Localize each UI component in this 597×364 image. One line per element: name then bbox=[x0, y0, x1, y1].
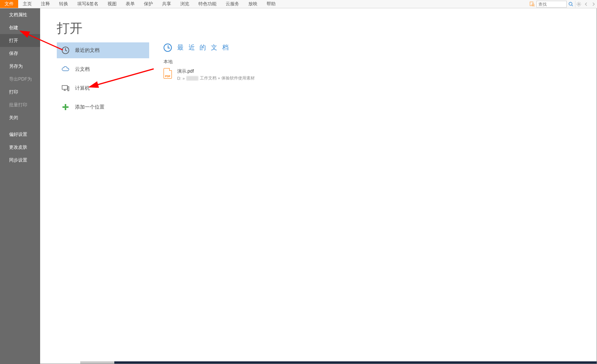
cloud-icon bbox=[61, 65, 70, 73]
recent-header: 最 近 的 文 档 bbox=[164, 43, 255, 52]
menu-fill-sign[interactable]: 填写&签名 bbox=[73, 0, 103, 8]
loc-computer[interactable]: 计算机 bbox=[57, 80, 149, 96]
path-redacted bbox=[186, 76, 198, 81]
loc-label: 计算机 bbox=[75, 85, 90, 92]
menu-features[interactable]: 特色功能 bbox=[194, 0, 221, 8]
file-path: D: » 工作文档 » 体验软件使用素材 bbox=[177, 75, 255, 81]
menu-view[interactable]: 视图 bbox=[103, 0, 121, 8]
menu-annotate[interactable]: 注释 bbox=[36, 0, 55, 8]
main-panel: 打开 最近的文档 云文档 计算机 bbox=[40, 8, 597, 364]
recent-panel: 最 近 的 文 档 本地 PDF 演示.pdf D: » 工作文档 » 体验软件… bbox=[148, 42, 255, 118]
loc-label: 添加一个位置 bbox=[75, 104, 104, 110]
menubar-right bbox=[529, 0, 597, 8]
loc-add[interactable]: 添加一个位置 bbox=[57, 99, 149, 115]
sidebar-item-close[interactable]: 关闭 bbox=[0, 111, 40, 124]
sidebar-item-skin[interactable]: 更改皮肤 bbox=[0, 141, 40, 154]
nav-prev-icon[interactable] bbox=[583, 1, 589, 8]
file-info: 演示.pdf D: » 工作文档 » 体验软件使用素材 bbox=[177, 68, 255, 81]
file-name: 演示.pdf bbox=[177, 68, 255, 75]
file-sidebar: 文档属性 创建 打开 保存 另存为 导出PDF为 打印 批量打印 关闭 偏好设置… bbox=[0, 8, 40, 364]
pdf-icon: PDF bbox=[164, 68, 172, 79]
sidebar-item-save[interactable]: 保存 bbox=[0, 47, 40, 60]
plus-icon bbox=[61, 103, 70, 111]
svg-point-5 bbox=[578, 3, 580, 5]
svg-line-2 bbox=[534, 6, 535, 6]
gear-icon[interactable] bbox=[575, 1, 582, 8]
menubar: 文件 主页 注释 转换 填写&签名 视图 表单 保护 共享 浏览 特色功能 云服… bbox=[0, 0, 597, 8]
clock-icon bbox=[61, 46, 70, 54]
local-label: 本地 bbox=[164, 59, 255, 65]
svg-rect-8 bbox=[68, 87, 69, 91]
svg-rect-12 bbox=[62, 106, 69, 108]
sidebar-item-saveas[interactable]: 另存为 bbox=[0, 60, 40, 73]
menu-home[interactable]: 主页 bbox=[18, 0, 36, 8]
sidebar-item-create[interactable]: 创建 bbox=[0, 21, 40, 34]
svg-line-4 bbox=[572, 5, 573, 6]
clock-icon bbox=[164, 44, 172, 52]
loc-label: 最近的文档 bbox=[75, 47, 100, 54]
menu-file[interactable]: 文件 bbox=[0, 0, 18, 8]
taskbar-sliver bbox=[80, 361, 597, 364]
sidebar-item-sync[interactable]: 同步设置 bbox=[0, 154, 40, 166]
menu-protect[interactable]: 保护 bbox=[139, 0, 157, 8]
menu-help[interactable]: 帮助 bbox=[262, 0, 280, 8]
menu-browse[interactable]: 浏览 bbox=[176, 0, 194, 8]
loc-label: 云文档 bbox=[75, 66, 90, 73]
search-icon[interactable] bbox=[567, 1, 574, 8]
menu-cloud[interactable]: 云服务 bbox=[221, 0, 244, 8]
svg-rect-7 bbox=[62, 86, 67, 89]
menu-slideshow[interactable]: 放映 bbox=[244, 0, 262, 8]
loc-cloud[interactable]: 云文档 bbox=[57, 61, 149, 77]
sidebar-item-export[interactable]: 导出PDF为 bbox=[0, 73, 40, 86]
sidebar-item-preferences[interactable]: 偏好设置 bbox=[0, 128, 40, 141]
recent-title: 最 近 的 文 档 bbox=[177, 43, 230, 52]
search-input[interactable] bbox=[536, 1, 567, 8]
open-locations: 最近的文档 云文档 计算机 添加一个位置 bbox=[40, 42, 148, 118]
sidebar-item-batchprint[interactable]: 批量打印 bbox=[0, 98, 40, 111]
page-title: 打开 bbox=[40, 8, 597, 42]
loc-recent[interactable]: 最近的文档 bbox=[57, 42, 149, 58]
nav-next-icon[interactable] bbox=[590, 1, 597, 8]
sidebar-item-print[interactable]: 打印 bbox=[0, 86, 40, 98]
search-doc-icon[interactable] bbox=[529, 1, 536, 8]
sidebar-item-open[interactable]: 打开 bbox=[0, 34, 40, 47]
svg-point-3 bbox=[569, 2, 572, 5]
sidebar-item-properties[interactable]: 文档属性 bbox=[0, 8, 40, 21]
menu-form[interactable]: 表单 bbox=[121, 0, 139, 8]
menu-convert[interactable]: 转换 bbox=[55, 0, 73, 8]
recent-file[interactable]: PDF 演示.pdf D: » 工作文档 » 体验软件使用素材 bbox=[164, 67, 255, 82]
menu-share[interactable]: 共享 bbox=[157, 0, 176, 8]
computer-icon bbox=[61, 84, 70, 92]
